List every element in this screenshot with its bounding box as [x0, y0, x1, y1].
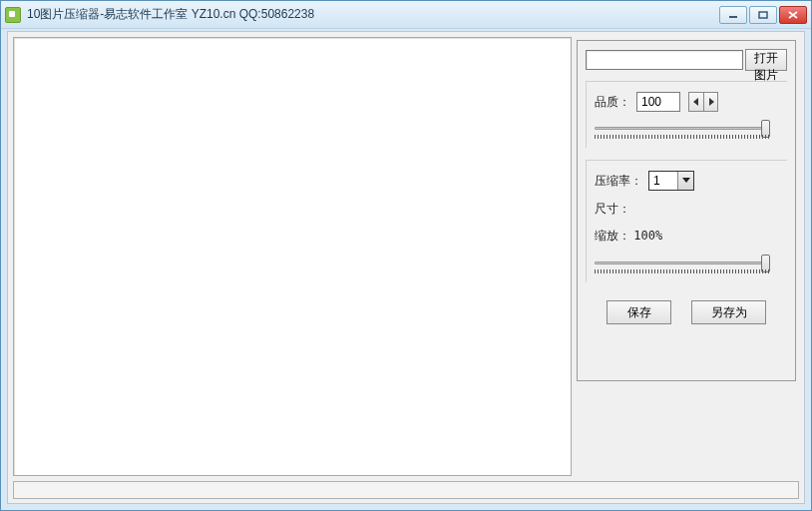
image-preview-panel: [13, 37, 572, 476]
triangle-left-icon: [693, 98, 699, 106]
save-row: 保存 另存为: [586, 300, 787, 324]
app-window: 10图片压缩器-易志软件工作室 YZ10.cn QQ:50862238 打开图片…: [0, 0, 812, 511]
combo-arrow: [677, 172, 693, 190]
triangle-right-icon: [708, 98, 714, 106]
ratio-value: 1: [649, 174, 677, 188]
slider-track: [595, 261, 769, 264]
zoom-value: 100%: [633, 229, 662, 243]
slider-ticks: [595, 269, 769, 273]
titlebar[interactable]: 10图片压缩器-易志软件工作室 YZ10.cn QQ:50862238: [1, 1, 811, 29]
quality-slider[interactable]: [595, 118, 779, 140]
close-button[interactable]: [779, 6, 807, 24]
close-icon: [788, 11, 798, 19]
save-button[interactable]: 保存: [607, 300, 671, 324]
window-controls: [719, 6, 807, 24]
zoom-row: 缩放： 100%: [595, 228, 779, 245]
ratio-group: 压缩率： 1 尺寸： 缩放： 100%: [586, 160, 787, 282]
zoom-slider[interactable]: [595, 253, 779, 274]
maximize-button[interactable]: [749, 6, 777, 24]
zoom-label: 缩放：: [595, 229, 630, 243]
quality-group: 品质：: [586, 81, 787, 148]
window-title: 10图片压缩器-易志软件工作室 YZ10.cn QQ:50862238: [27, 6, 719, 23]
ratio-label: 压缩率：: [595, 173, 642, 190]
status-bar: [13, 481, 799, 499]
svg-rect-1: [759, 12, 767, 18]
quality-spin-down[interactable]: [689, 93, 703, 111]
minimize-button[interactable]: [719, 6, 747, 24]
slider-ticks: [595, 135, 769, 139]
quality-input[interactable]: [636, 92, 680, 112]
ratio-combobox[interactable]: 1: [648, 171, 694, 191]
chevron-down-icon: [682, 178, 690, 184]
file-path-input[interactable]: [586, 50, 743, 70]
svg-rect-0: [729, 16, 737, 18]
quality-label: 品质：: [595, 94, 630, 111]
open-image-button[interactable]: 打开图片: [745, 49, 787, 71]
size-label: 尺寸：: [595, 201, 779, 218]
app-icon: [5, 7, 21, 23]
quality-spinner: [688, 92, 718, 112]
minimize-icon: [728, 11, 738, 19]
open-row: 打开图片: [586, 49, 787, 71]
control-panel: 打开图片 品质：: [577, 40, 796, 381]
client-area: 打开图片 品质：: [7, 31, 805, 504]
slider-track: [595, 127, 769, 130]
maximize-icon: [758, 11, 768, 19]
saveas-button[interactable]: 另存为: [691, 300, 766, 324]
quality-spin-up[interactable]: [703, 93, 717, 111]
